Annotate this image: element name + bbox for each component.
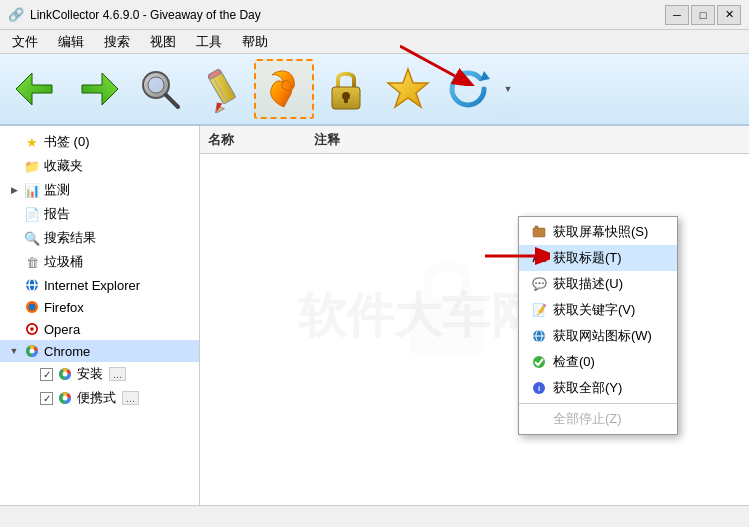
favorites-label: 收藏夹 xyxy=(44,157,83,175)
chrome-install-ellipsis[interactable]: ... xyxy=(109,367,126,381)
ctx-screenshot[interactable]: 获取屏幕快照(S) xyxy=(519,219,677,245)
forward-button[interactable] xyxy=(68,59,128,119)
desc-icon: 💬 xyxy=(531,276,547,292)
toolbar: ▼ xyxy=(0,54,749,126)
expand-icon-chrome: ▼ xyxy=(8,345,20,357)
ctx-keyword-label: 获取关键字(V) xyxy=(553,301,635,319)
fetch-button[interactable] xyxy=(254,59,314,119)
window-title: LinkCollector 4.6.9.0 - Giveaway of the … xyxy=(30,8,261,22)
close-button[interactable]: ✕ xyxy=(717,5,741,25)
ctx-fetch-all[interactable]: i 获取全部(Y) xyxy=(519,375,677,401)
sidebar-item-monitor[interactable]: ▶ 📊 监测 xyxy=(0,178,199,202)
sidebar-item-opera[interactable]: Opera xyxy=(0,318,199,340)
content-header: 名称 注释 xyxy=(200,126,749,154)
ctx-check-label: 检查(0) xyxy=(553,353,595,371)
sidebar-item-bookmarks[interactable]: ★ 书签 (0) xyxy=(0,130,199,154)
ctx-favicon[interactable]: 获取网站图标(W) xyxy=(519,323,677,349)
svg-marker-13 xyxy=(480,71,490,81)
menu-view[interactable]: 视图 xyxy=(142,31,184,53)
ctx-keyword[interactable]: 📝 获取关键字(V) xyxy=(519,297,677,323)
svg-rect-11 xyxy=(344,96,348,103)
favorites-icon: 📁 xyxy=(24,158,40,174)
menu-help[interactable]: 帮助 xyxy=(234,31,276,53)
expand-icon-fav xyxy=(8,160,20,172)
report-icon: 📄 xyxy=(24,206,40,222)
title-bar-left: 🔗 LinkCollector 4.6.9.0 - Giveaway of th… xyxy=(8,7,261,23)
edit-button[interactable] xyxy=(192,59,252,119)
stop-all-icon xyxy=(531,411,547,427)
ctx-desc-label: 获取描述(U) xyxy=(553,275,623,293)
expand-icon-cp xyxy=(24,392,36,404)
keyword-icon: 📝 xyxy=(531,302,547,318)
sidebar-item-report[interactable]: 📄 报告 xyxy=(0,202,199,226)
app-icon: 🔗 xyxy=(8,7,24,23)
chrome-install-label: 安装 xyxy=(77,365,103,383)
sidebar-item-ie[interactable]: Internet Explorer xyxy=(0,274,199,296)
menu-bar: 文件 编辑 搜索 视图 工具 帮助 xyxy=(0,30,749,54)
monitor-label: 监测 xyxy=(44,181,70,199)
expand-icon-trash xyxy=(8,256,20,268)
favicon-icon xyxy=(531,328,547,344)
minimize-button[interactable]: ─ xyxy=(665,5,689,25)
sidebar-item-favorites[interactable]: 📁 收藏夹 xyxy=(0,154,199,178)
expand-icon-ci xyxy=(24,368,36,380)
sidebar-item-chrome[interactable]: ▼ Chrome xyxy=(0,340,199,362)
svg-point-25 xyxy=(30,349,35,354)
svg-marker-12 xyxy=(388,69,428,107)
svg-rect-30 xyxy=(409,298,485,355)
maximize-button[interactable]: □ xyxy=(691,5,715,25)
expand-icon-rep xyxy=(8,208,20,220)
opera-icon xyxy=(24,321,40,337)
trash-icon: 🗑 xyxy=(24,254,40,270)
refresh-button[interactable] xyxy=(440,59,500,119)
toolbar-dropdown-arrow[interactable]: ▼ xyxy=(502,59,514,119)
lock-button[interactable] xyxy=(316,59,376,119)
sidebar-item-firefox[interactable]: Firefox xyxy=(0,296,199,318)
back-button[interactable] xyxy=(6,59,66,119)
window-controls: ─ □ ✕ xyxy=(665,5,741,25)
ctx-desc[interactable]: 💬 获取描述(U) xyxy=(519,271,677,297)
expand-icon-sr xyxy=(8,232,20,244)
context-menu: 获取屏幕快照(S) Aa 获取标题(T) 💬 获取描述(U) 📝 获取关键字(V… xyxy=(518,216,678,435)
sidebar-item-chrome-install[interactable]: ✓ 安装 ... xyxy=(20,362,199,386)
sidebar-item-search-results[interactable]: 🔍 搜索结果 xyxy=(0,226,199,250)
monitor-icon: 📊 xyxy=(24,182,40,198)
ctx-screenshot-label: 获取屏幕快照(S) xyxy=(553,223,648,241)
svg-rect-32 xyxy=(535,226,538,228)
expand-icon xyxy=(8,136,20,148)
checkbox-portable[interactable]: ✓ xyxy=(40,392,53,405)
report-label: 报告 xyxy=(44,205,70,223)
sidebar-item-chrome-portable[interactable]: ✓ 便携式 ... xyxy=(20,386,199,410)
menu-file[interactable]: 文件 xyxy=(4,31,46,53)
menu-edit[interactable]: 编辑 xyxy=(50,31,92,53)
expand-icon-ie xyxy=(8,279,20,291)
chrome-portable-ellipsis[interactable]: ... xyxy=(122,391,139,405)
title-bar: 🔗 LinkCollector 4.6.9.0 - Giveaway of th… xyxy=(0,0,749,30)
ctx-check[interactable]: 检查(0) xyxy=(519,349,677,375)
expand-icon-op xyxy=(8,323,20,335)
col-note: 注释 xyxy=(314,131,340,149)
search-toolbar-button[interactable] xyxy=(130,59,190,119)
ie-label: Internet Explorer xyxy=(44,278,140,293)
check-icon xyxy=(531,354,547,370)
fetch-all-icon: i xyxy=(531,380,547,396)
chrome-portable-label: 便携式 xyxy=(77,389,116,407)
ctx-stop-all-label: 全部停止(Z) xyxy=(553,410,622,428)
ctx-title[interactable]: Aa 获取标题(T) xyxy=(519,245,677,271)
chrome-install-icon xyxy=(57,366,73,382)
trash-label: 垃圾桶 xyxy=(44,253,83,271)
status-bar xyxy=(0,505,749,527)
content-area: 名称 注释 软件大车网.com 获取屏幕快照(S) Aa 获取标 xyxy=(200,126,749,505)
sidebar-item-trash[interactable]: 🗑 垃圾桶 xyxy=(0,250,199,274)
ctx-fetch-all-label: 获取全部(Y) xyxy=(553,379,622,397)
col-name: 名称 xyxy=(208,131,234,149)
svg-point-20 xyxy=(29,304,36,311)
chrome-subitems: ✓ 安装 ... ✓ xyxy=(0,362,199,410)
menu-tools[interactable]: 工具 xyxy=(188,31,230,53)
star-button[interactable] xyxy=(378,59,438,119)
svg-rect-31 xyxy=(533,228,545,237)
search-results-label: 搜索结果 xyxy=(44,229,96,247)
menu-search[interactable]: 搜索 xyxy=(96,31,138,53)
ie-icon xyxy=(24,277,40,293)
checkbox-install[interactable]: ✓ xyxy=(40,368,53,381)
